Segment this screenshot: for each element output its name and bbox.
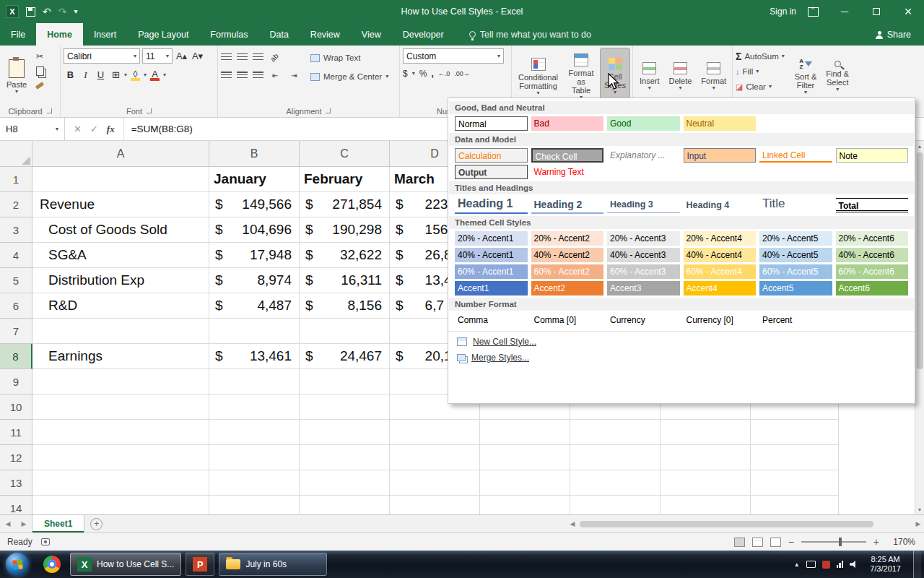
cell-empty[interactable] [751,445,839,470]
confirm-formula-icon[interactable]: ✓ [90,124,98,134]
tray-expand-icon[interactable]: ▲ [794,561,800,568]
scroll-left-icon[interactable]: ◀ [567,520,578,527]
cell-style-comma[interactable]: Comma [455,313,528,327]
underline-button[interactable]: U [94,68,108,82]
excel-app-icon[interactable]: X [6,5,19,18]
cell-empty[interactable] [570,470,661,496]
row-header-10[interactable]: 10 [0,394,32,420]
row-header-2[interactable]: 2 [0,192,32,217]
cell-D11[interactable] [390,420,480,445]
maximize-button[interactable] [860,0,892,23]
fill-color-button[interactable]: ◊ [128,69,142,81]
cell-style-60-accent6[interactable]: 60% - Accent6 [836,264,909,279]
find-select-button[interactable]: Find & Select ▾ [822,48,853,105]
ribbon-display-options-icon[interactable] [808,7,819,17]
dialog-launcher-icon[interactable] [147,108,152,113]
share-button[interactable]: Share [876,23,924,46]
align-top-icon[interactable] [221,53,232,61]
select-all-corner[interactable] [0,141,32,167]
tab-review[interactable]: Review [300,23,351,46]
row-header-14[interactable]: 14 [0,496,32,514]
add-sheet-button[interactable]: + [90,518,103,530]
dialog-launcher-icon[interactable] [47,108,52,113]
cell-A1[interactable] [32,167,209,192]
taskbar-clock[interactable]: 8:25 AM 7/3/2017 [864,555,907,574]
name-box[interactable]: H8▾ [0,118,65,140]
cell-empty[interactable] [570,420,661,445]
cell-C9[interactable] [300,369,390,394]
cell-style-20-accent4[interactable]: 20% - Accent4 [684,231,757,246]
font-name-select[interactable]: Calibri▾ [64,48,140,64]
format-cells-button[interactable]: Format ▾ [697,48,730,105]
scroll-right-icon[interactable]: ▶ [912,520,924,527]
accounting-format-button[interactable]: $ [403,69,408,79]
font-size-select[interactable]: 11▾ [142,48,173,64]
tab-insert[interactable]: Insert [83,23,127,46]
cell-empty[interactable] [661,445,751,470]
sort-filter-button[interactable]: AZ Sort & Filter ▾ [791,48,821,105]
cell-A3[interactable]: Cost of Goods Sold [32,217,209,243]
tab-formulas[interactable]: Formulas [199,23,258,46]
sign-in-button[interactable]: Sign in [770,7,796,17]
vertical-scrollbar[interactable]: ▲ ▼ [915,141,924,514]
cell-style-explanatory[interactable]: Explanatory ... [607,148,680,163]
row-header-3[interactable]: 3 [0,217,32,243]
cell-style-heading-1[interactable]: Heading 1 [455,197,528,214]
cell-style-good[interactable]: Good [607,116,680,131]
tell-me-box[interactable]: Tell me what you want to do [469,23,591,46]
cell-style-20-accent3[interactable]: 20% - Accent3 [607,231,680,246]
cell-style-60-accent5[interactable]: 60% - Accent5 [759,264,832,279]
tab-page-layout[interactable]: Page Layout [127,23,199,46]
cell-style-check-cell[interactable]: Check Cell [531,148,604,163]
row-header-1[interactable]: 1 [0,167,32,192]
cell-A4[interactable]: SG&A [32,243,209,268]
dialog-launcher-icon[interactable] [326,108,331,113]
cell-style-20-accent1[interactable]: 20% - Accent1 [455,231,528,246]
increase-decimal-button[interactable]: ←.0 [438,70,450,77]
normal-view-icon[interactable] [734,538,745,547]
cancel-formula-icon[interactable]: ✕ [74,124,82,134]
clear-button[interactable]: ◪Clear▾ [736,80,785,93]
row-header-12[interactable]: 12 [0,445,32,470]
cell-A5[interactable]: Distribution Exp [32,268,209,293]
cell-empty[interactable] [480,496,570,514]
volume-icon[interactable] [850,561,858,568]
column-header-A[interactable]: A [32,141,209,167]
sheet-tab-sheet1[interactable]: Sheet1 [32,515,84,532]
row-header-7[interactable]: 7 [0,319,32,344]
cell-style-output[interactable]: Output [455,165,528,179]
cell-style-40-accent5[interactable]: 40% - Accent5 [759,248,832,262]
start-button[interactable] [6,553,29,576]
cell-C3[interactable]: $190,298 [300,217,390,243]
cell-D14[interactable] [390,496,480,514]
autosum-button[interactable]: ΣAutoSum▾ [736,50,785,63]
zoom-slider[interactable] [801,541,866,543]
cell-C1[interactable]: February [300,167,390,192]
cell-style-60-accent4[interactable]: 60% - Accent4 [684,264,757,279]
cell-A14[interactable] [32,496,209,514]
insert-function-icon[interactable]: fx [107,124,115,135]
cell-B5[interactable]: $8,974 [209,268,300,293]
excel-taskbar-button[interactable]: X How to Use Cell S... [70,553,181,576]
tab-developer[interactable]: Developer [392,23,455,46]
tab-view[interactable]: View [351,23,392,46]
bold-button[interactable]: B [64,68,77,82]
cell-empty[interactable] [480,445,570,470]
orientation-icon[interactable]: ab [266,48,284,66]
cell-style-accent4[interactable]: Accent4 [684,281,757,296]
increase-indent-icon[interactable]: ⇥ [287,69,301,82]
show-desktop-button[interactable] [913,551,921,578]
cell-B7[interactable] [209,319,300,344]
cell-B12[interactable] [209,445,300,470]
cell-style-currency-0[interactable]: Currency [0] [684,313,757,327]
paste-button[interactable]: Paste ▾ [3,48,30,105]
cell-style-heading-3[interactable]: Heading 3 [607,197,680,213]
cell-style-heading-4[interactable]: Heading 4 [684,198,757,212]
cell-style-linked-cell[interactable]: Linked Cell [759,148,832,163]
fill-button[interactable]: ↓Fill▾ [736,65,785,78]
cell-style-accent3[interactable]: Accent3 [607,281,680,296]
cell-style-40-accent6[interactable]: 40% - Accent6 [836,248,909,262]
decrease-decimal-button[interactable]: .00→ [454,70,470,77]
horizontal-scroll-thumb[interactable] [580,521,873,527]
cell-style-40-accent3[interactable]: 40% - Accent3 [607,248,680,262]
